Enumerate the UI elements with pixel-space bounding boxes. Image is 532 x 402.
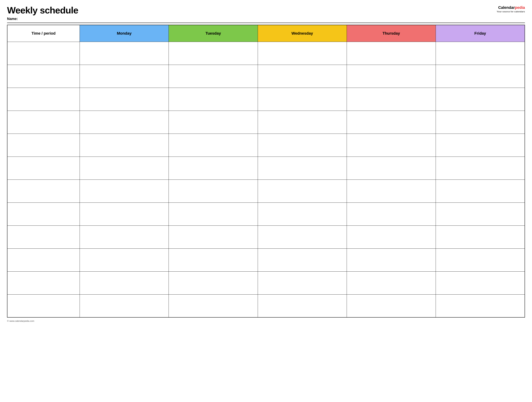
cell-tuesday-4[interactable] <box>169 134 258 156</box>
cell-friday-0[interactable] <box>436 42 525 65</box>
cell-wednesday-5[interactable] <box>258 156 347 180</box>
cell-thursday-7[interactable] <box>347 202 436 226</box>
cell-wednesday-6[interactable] <box>258 180 347 202</box>
table-row <box>7 156 525 180</box>
cell-friday-10[interactable] <box>436 272 525 294</box>
cell-thursday-2[interactable] <box>347 88 436 111</box>
header-thursday: Thursday <box>347 25 436 42</box>
cell-friday-9[interactable] <box>436 248 525 272</box>
footer: © www.calendarpedia.com <box>7 320 525 322</box>
cell-time-4[interactable] <box>7 134 80 156</box>
cell-time-3[interactable] <box>7 111 80 134</box>
cell-thursday-4[interactable] <box>347 134 436 156</box>
cell-tuesday-9[interactable] <box>169 248 258 272</box>
cell-tuesday-3[interactable] <box>169 111 258 134</box>
cell-time-11[interactable] <box>7 294 80 317</box>
table-row <box>7 248 525 272</box>
cell-time-0[interactable] <box>7 42 80 65</box>
cell-monday-7[interactable] <box>80 202 169 226</box>
cell-wednesday-0[interactable] <box>258 42 347 65</box>
table-row <box>7 272 525 294</box>
cell-time-6[interactable] <box>7 180 80 202</box>
cell-thursday-11[interactable] <box>347 294 436 317</box>
cell-thursday-10[interactable] <box>347 272 436 294</box>
cell-wednesday-2[interactable] <box>258 88 347 111</box>
cell-tuesday-10[interactable] <box>169 272 258 294</box>
cell-friday-4[interactable] <box>436 134 525 156</box>
cell-tuesday-2[interactable] <box>169 88 258 111</box>
cell-monday-11[interactable] <box>80 294 169 317</box>
cell-friday-5[interactable] <box>436 156 525 180</box>
cell-tuesday-0[interactable] <box>169 42 258 65</box>
cell-time-8[interactable] <box>7 226 80 248</box>
cell-tuesday-5[interactable] <box>169 156 258 180</box>
cell-wednesday-8[interactable] <box>258 226 347 248</box>
logo-text: Calendarpedia Your source for calendars <box>497 5 525 13</box>
cell-time-2[interactable] <box>7 88 80 111</box>
cell-time-10[interactable] <box>7 272 80 294</box>
cell-thursday-1[interactable] <box>347 65 436 88</box>
cell-friday-11[interactable] <box>436 294 525 317</box>
cell-monday-5[interactable] <box>80 156 169 180</box>
table-row <box>7 180 525 202</box>
cell-monday-8[interactable] <box>80 226 169 248</box>
cell-monday-4[interactable] <box>80 134 169 156</box>
table-row <box>7 65 525 88</box>
cell-thursday-9[interactable] <box>347 248 436 272</box>
cell-thursday-3[interactable] <box>347 111 436 134</box>
cell-wednesday-4[interactable] <box>258 134 347 156</box>
logo-pedia-text: pedia <box>515 5 525 10</box>
header-monday: Monday <box>80 25 169 42</box>
logo-tagline: Your source for calendars <box>497 10 525 13</box>
cell-monday-3[interactable] <box>80 111 169 134</box>
cell-tuesday-1[interactable] <box>169 65 258 88</box>
table-row <box>7 226 525 248</box>
cell-time-5[interactable] <box>7 156 80 180</box>
cell-thursday-8[interactable] <box>347 226 436 248</box>
cell-monday-2[interactable] <box>80 88 169 111</box>
header-time: Time / period <box>7 25 80 42</box>
page-title: Weekly schedule <box>7 5 497 15</box>
title-area: Weekly schedule Name: <box>7 5 497 21</box>
cell-friday-1[interactable] <box>436 65 525 88</box>
table-row <box>7 202 525 226</box>
cell-monday-6[interactable] <box>80 180 169 202</box>
cell-friday-7[interactable] <box>436 202 525 226</box>
cell-time-7[interactable] <box>7 202 80 226</box>
cell-time-1[interactable] <box>7 65 80 88</box>
header-tuesday: Tuesday <box>169 25 258 42</box>
cell-tuesday-6[interactable] <box>169 180 258 202</box>
cell-monday-1[interactable] <box>80 65 169 88</box>
cell-wednesday-7[interactable] <box>258 202 347 226</box>
cell-wednesday-9[interactable] <box>258 248 347 272</box>
cell-monday-9[interactable] <box>80 248 169 272</box>
cell-friday-8[interactable] <box>436 226 525 248</box>
cell-thursday-0[interactable] <box>347 42 436 65</box>
table-row <box>7 111 525 134</box>
cell-monday-10[interactable] <box>80 272 169 294</box>
header-friday: Friday <box>436 25 525 42</box>
cell-friday-6[interactable] <box>436 180 525 202</box>
name-label: Name: <box>7 17 497 21</box>
cell-thursday-5[interactable] <box>347 156 436 180</box>
cell-wednesday-10[interactable] <box>258 272 347 294</box>
logo-calendar-text: Calendar <box>498 5 515 10</box>
cell-tuesday-8[interactable] <box>169 226 258 248</box>
cell-tuesday-7[interactable] <box>169 202 258 226</box>
cell-wednesday-11[interactable] <box>258 294 347 317</box>
cell-tuesday-11[interactable] <box>169 294 258 317</box>
cell-thursday-6[interactable] <box>347 180 436 202</box>
cell-time-9[interactable] <box>7 248 80 272</box>
copyright-text: © www.calendarpedia.com <box>7 320 34 322</box>
logo-area: Calendarpedia Your source for calendars <box>497 5 525 13</box>
top-divider <box>7 23 525 23</box>
cell-wednesday-3[interactable] <box>258 111 347 134</box>
cell-friday-2[interactable] <box>436 88 525 111</box>
cell-wednesday-1[interactable] <box>258 65 347 88</box>
table-header-row: Time / period Monday Tuesday Wednesday T… <box>7 25 525 42</box>
schedule-table: Time / period Monday Tuesday Wednesday T… <box>7 25 525 318</box>
cell-friday-3[interactable] <box>436 111 525 134</box>
cell-monday-0[interactable] <box>80 42 169 65</box>
table-row <box>7 88 525 111</box>
table-row <box>7 134 525 156</box>
